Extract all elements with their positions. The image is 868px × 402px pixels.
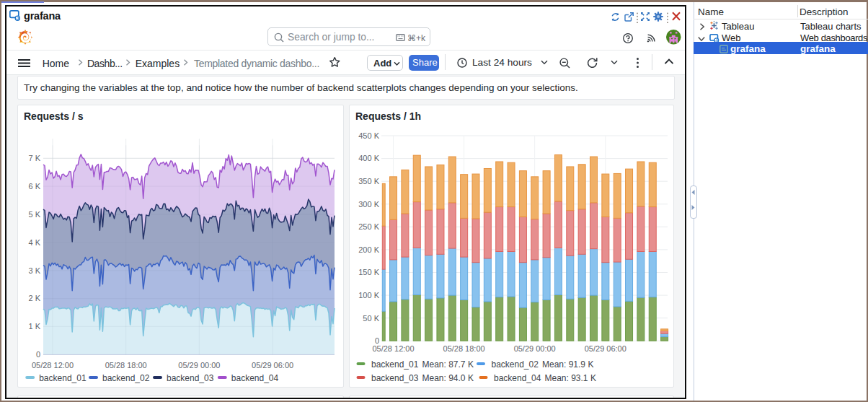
svg-text:05/29 06:00: 05/29 06:00: [585, 344, 626, 353]
svg-text:100 K: 100 K: [358, 291, 379, 300]
svg-text:0: 0: [36, 350, 40, 359]
svg-text:300 K: 300 K: [358, 200, 379, 209]
svg-text:4 K: 4 K: [28, 238, 40, 247]
svg-text:150 K: 150 K: [358, 268, 379, 276]
svg-text:05/29 06:00: 05/29 06:00: [252, 361, 293, 370]
svg-text:Requests / 1h: Requests / 1h: [355, 110, 421, 122]
svg-text:05/28 12:00: 05/28 12:00: [372, 344, 414, 353]
svg-text:5 K: 5 K: [28, 210, 40, 219]
svg-text:backend_02: backend_02: [102, 373, 150, 383]
svg-text:1 K: 1 K: [28, 322, 40, 331]
svg-text:250 K: 250 K: [358, 222, 379, 231]
svg-text:backend_01: backend_01: [371, 359, 419, 370]
svg-text:200 K: 200 K: [358, 245, 379, 254]
svg-text:400 K: 400 K: [358, 154, 379, 162]
svg-text:Mean: 91.9 K: Mean: 91.9 K: [542, 359, 593, 370]
svg-text:backend_03: backend_03: [167, 373, 214, 383]
svg-text:7 K: 7 K: [28, 154, 40, 162]
svg-text:backend_03: backend_03: [371, 373, 419, 383]
svg-text:backend_04: backend_04: [231, 373, 279, 383]
svg-text:05/28 12:00: 05/28 12:00: [32, 361, 74, 370]
svg-text:450 K: 450 K: [358, 131, 379, 140]
svg-text:Requests / s: Requests / s: [24, 110, 84, 122]
svg-text:backend_01: backend_01: [39, 373, 87, 383]
svg-text:Mean: 94.0 K: Mean: 94.0 K: [422, 373, 474, 383]
svg-text:backend_02: backend_02: [492, 359, 539, 370]
svg-text:50 K: 50 K: [363, 314, 379, 323]
svg-text:Mean: 87.7 K: Mean: 87.7 K: [422, 359, 474, 370]
svg-text:2 K: 2 K: [28, 294, 40, 302]
svg-text:05/29 00:00: 05/29 00:00: [514, 344, 556, 353]
svg-text:350 K: 350 K: [358, 177, 379, 185]
svg-text:Mean: 93.1 K: Mean: 93.1 K: [545, 373, 596, 383]
svg-text:3 K: 3 K: [28, 266, 40, 275]
svg-text:05/29 00:00: 05/29 00:00: [178, 361, 220, 370]
svg-text:6 K: 6 K: [28, 182, 40, 191]
svg-text:backend_04: backend_04: [494, 373, 541, 383]
svg-text:05/28 18:00: 05/28 18:00: [443, 344, 485, 353]
svg-text:05/28 18:00: 05/28 18:00: [105, 361, 147, 370]
